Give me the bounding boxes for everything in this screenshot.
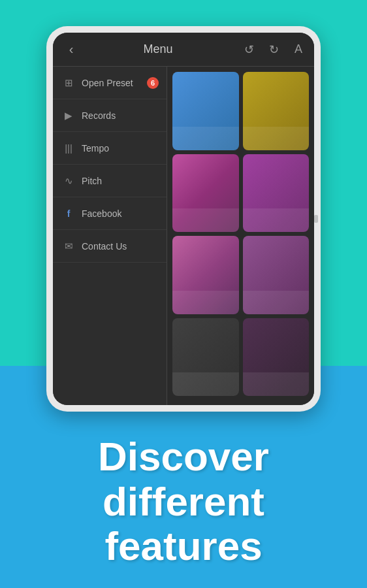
pad-4[interactable] — [243, 154, 310, 233]
play-circle-icon: ▶ — [62, 110, 75, 122]
pad-8[interactable] — [243, 318, 310, 397]
pad-6[interactable] — [243, 236, 310, 314]
discover-text: Discover different features — [0, 434, 367, 568]
back-icon: ‹ — [69, 42, 74, 57]
menu-item-facebook[interactable]: f Facebook — [53, 197, 167, 230]
back-button[interactable]: ‹ — [59, 38, 83, 61]
redo-button[interactable]: ↻ — [264, 42, 283, 57]
tablet-side-button — [314, 215, 318, 223]
facebook-label: Facebook — [82, 208, 121, 219]
records-label: Records — [82, 110, 116, 121]
envelope-icon: ✉ — [62, 240, 75, 252]
pad-3[interactable] — [172, 154, 239, 233]
menu-item-pitch[interactable]: ∿ Pitch — [53, 165, 167, 197]
content-area: ⊞ Open Preset 6 ▶ Records ||| Tempo ∿ Pi… — [53, 67, 314, 405]
pads-area — [167, 67, 314, 405]
tempo-label: Tempo — [82, 143, 109, 154]
undo-button[interactable]: ↺ — [240, 42, 258, 57]
pad-2[interactable] — [243, 72, 310, 150]
menu-item-tempo[interactable]: ||| Tempo — [53, 132, 167, 165]
discover-line2: different — [13, 480, 354, 524]
pad-1[interactable] — [172, 72, 239, 150]
open-preset-label: Open Preset — [82, 78, 133, 88]
grid-icon: ⊞ — [62, 77, 75, 89]
pitch-label: Pitch — [82, 176, 102, 186]
bars-icon: ||| — [62, 142, 75, 154]
contact-us-label: Contact Us — [82, 241, 127, 252]
pad-5[interactable] — [172, 236, 239, 314]
menu-item-records[interactable]: ▶ Records — [53, 99, 167, 132]
undo-icon: ↺ — [244, 43, 254, 56]
menu-item-contact-us[interactable]: ✉ Contact Us — [53, 230, 167, 263]
header-bar: ‹ Menu ↺ ↻ A — [53, 33, 314, 67]
wave-icon: ∿ — [62, 175, 75, 187]
tablet-frame: ‹ Menu ↺ ↻ A ⊞ Open Preset — [46, 26, 321, 412]
redo-icon: ↻ — [269, 43, 279, 56]
open-preset-badge: 6 — [147, 77, 159, 89]
text-button[interactable]: A — [289, 42, 308, 56]
tablet-screen: ‹ Menu ↺ ↻ A ⊞ Open Preset — [53, 33, 314, 405]
menu-panel: ⊞ Open Preset 6 ▶ Records ||| Tempo ∿ Pi… — [53, 67, 167, 405]
facebook-icon: f — [62, 208, 75, 219]
menu-item-open-preset[interactable]: ⊞ Open Preset 6 — [53, 67, 167, 99]
header-icons: ↺ ↻ A — [240, 42, 308, 57]
discover-line3: features — [13, 524, 354, 568]
header-title: Menu — [83, 42, 233, 56]
text-icon: A — [295, 42, 302, 56]
discover-line1: Discover — [13, 434, 354, 479]
pad-7[interactable] — [172, 318, 239, 397]
